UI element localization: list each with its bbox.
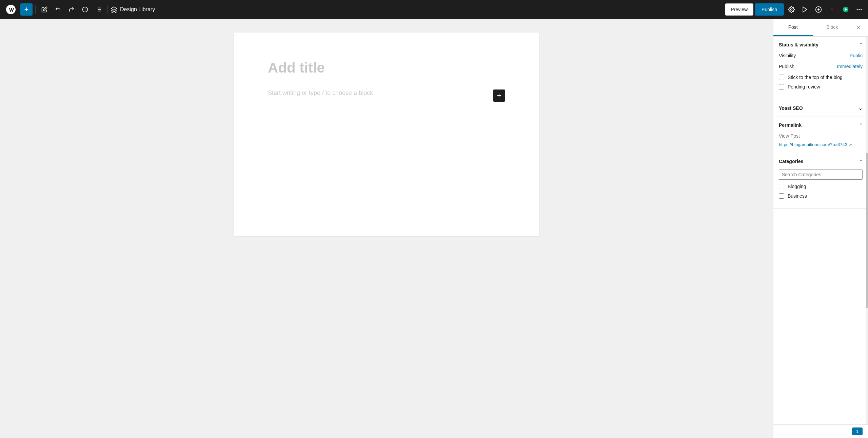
yoast-button[interactable]: Y — [826, 3, 838, 16]
categories-body: Blogging Business — [773, 170, 868, 208]
external-link-icon: ↗ — [849, 142, 852, 147]
sidebar-content: Status & visibility ⌃ Visibility Public … — [773, 37, 868, 208]
status-visibility-header[interactable]: Status & visibility ⌃ — [773, 37, 868, 53]
categories-header[interactable]: Categories ⌃ — [773, 153, 868, 170]
publish-row: Publish Immediately — [779, 64, 863, 69]
yoast-seo-header[interactable]: Yoast SEO ⌄ — [773, 99, 868, 117]
list-view-button[interactable] — [93, 3, 105, 16]
visibility-label: Visibility — [779, 53, 796, 58]
undo-button[interactable] — [52, 3, 64, 16]
visibility-row: Visibility Public — [779, 53, 863, 58]
visibility-value[interactable]: Public — [850, 53, 863, 58]
stick-top-checkbox[interactable] — [779, 75, 784, 80]
pending-review-checkbox[interactable] — [779, 84, 784, 89]
plugin-name: Design Library — [111, 6, 155, 13]
toolbar: + Design Library Preview Publish Y — [0, 0, 868, 19]
divider-1 — [35, 5, 36, 14]
permalink-body: View Post https://blogambitious.com/?p=3… — [773, 133, 868, 153]
content-area: Start writing or type / to choose a bloc… — [268, 89, 505, 102]
editor-canvas: Add title Start writing or type / to cho… — [234, 33, 539, 236]
yoast-seo-label: Yoast SEO — [779, 105, 803, 111]
status-visibility-section: Status & visibility ⌃ Visibility Public … — [773, 37, 868, 99]
permalink-url[interactable]: https://blogambitious.com/?p=3743 — [779, 142, 847, 147]
publish-value[interactable]: Immediately — [837, 64, 863, 69]
permalink-section: Permalink ⌃ View Post https://blogambiti… — [773, 117, 868, 153]
category-business-label: Business — [788, 193, 807, 199]
view-post-label: View Post — [779, 133, 863, 139]
publish-button[interactable]: Publish — [755, 3, 784, 16]
categories-chevron: ⌃ — [859, 159, 863, 164]
main-area: Add title Start writing or type / to cho… — [0, 19, 868, 438]
edit-tool-button[interactable] — [38, 3, 51, 16]
yoast-seo-section: Yoast SEO ⌄ — [773, 99, 868, 117]
svg-point-9 — [791, 9, 792, 11]
sidebar-tabs: Post Block × — [773, 19, 868, 37]
settings-button[interactable] — [785, 3, 797, 16]
title-field[interactable]: Add title — [268, 60, 505, 76]
pending-review-row: Pending review — [779, 84, 863, 89]
sidebar-scrollbar-thumb[interactable] — [866, 153, 868, 308]
svg-point-18 — [861, 9, 862, 10]
status-visibility-chevron: ⌃ — [859, 42, 863, 47]
svg-point-17 — [859, 9, 860, 10]
performance-button[interactable] — [840, 3, 852, 16]
plugin-button-1[interactable] — [812, 3, 825, 16]
svg-point-16 — [857, 9, 858, 10]
stick-top-label: Stick to the top of the blog — [788, 75, 843, 80]
sidebar-scrollbar-track — [866, 37, 868, 424]
sidebar-bottom-bar: 1 — [773, 424, 868, 438]
sidebar-scroll-wrapper: Status & visibility ⌃ Visibility Public … — [773, 37, 868, 424]
status-visibility-body: Visibility Public Publish Immediately St… — [773, 53, 868, 99]
stick-top-row: Stick to the top of the blog — [779, 75, 863, 80]
tab-block[interactable]: Block — [813, 19, 852, 36]
categories-section: Categories ⌃ Blogging Business — [773, 153, 868, 208]
preview-button[interactable]: Preview — [725, 3, 753, 16]
sidebar: Post Block × Status & visibility ⌃ Visib… — [773, 19, 868, 438]
svg-marker-10 — [803, 7, 807, 12]
search-categories-input[interactable] — [779, 170, 863, 180]
category-blogging-checkbox[interactable] — [779, 184, 784, 189]
divider-2 — [107, 5, 108, 14]
category-blogging-label: Blogging — [788, 184, 806, 189]
yoast-seo-chevron: ⌄ — [858, 105, 863, 111]
category-business-checkbox[interactable] — [779, 193, 784, 199]
permalink-chevron: ⌃ — [859, 123, 863, 127]
info-button[interactable] — [79, 3, 91, 16]
permalink-header[interactable]: Permalink ⌃ — [773, 117, 868, 133]
tab-post[interactable]: Post — [773, 19, 813, 36]
pending-review-label: Pending review — [788, 84, 820, 89]
category-blogging-row: Blogging — [779, 184, 863, 189]
category-business-row: Business — [779, 193, 863, 199]
publish-label: Publish — [779, 64, 794, 69]
wp-logo — [3, 0, 19, 19]
add-block-inline-button[interactable]: + — [493, 89, 505, 102]
screenflow-button[interactable] — [799, 3, 811, 16]
page-number-button[interactable]: 1 — [852, 427, 863, 435]
redo-button[interactable] — [65, 3, 78, 16]
sidebar-close-button[interactable]: × — [852, 21, 865, 35]
editor-area: Add title Start writing or type / to cho… — [0, 19, 773, 438]
more-options-button[interactable] — [853, 3, 865, 16]
content-field[interactable]: Start writing or type / to choose a bloc… — [268, 89, 488, 97]
add-block-toolbar-button[interactable]: + — [20, 3, 33, 16]
